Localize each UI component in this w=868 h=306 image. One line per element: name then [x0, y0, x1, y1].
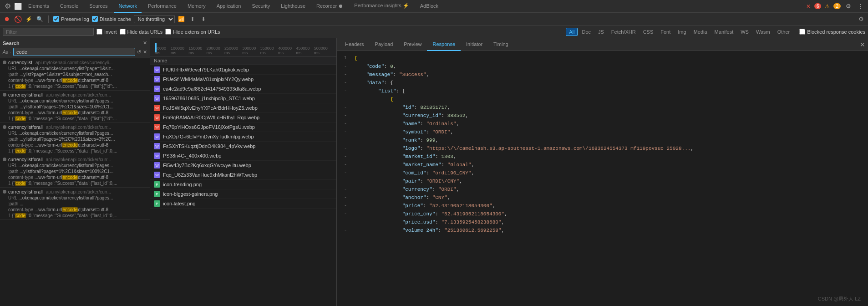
- file-icon-webp: W: [154, 162, 160, 168]
- tab-recorder[interactable]: Recorder ⏺: [312, 0, 348, 13]
- json-content: "market_id": 1303,: [354, 153, 456, 161]
- tab-elements[interactable]: Elements: [24, 0, 54, 13]
- json-content: "list": [: [354, 87, 405, 96]
- list-item[interactable]: P icon-biggest-gainers.png: [150, 189, 336, 199]
- list-item[interactable]: P icon-trending.png: [150, 180, 336, 189]
- list-item[interactable]: P icon-latest.png: [150, 199, 336, 209]
- tab-preview[interactable]: Preview: [398, 38, 427, 51]
- clear-button[interactable]: 🚫: [14, 15, 22, 23]
- devtools-icon[interactable]: ⚙: [4, 2, 12, 10]
- json-content: "market_name": "Global",: [354, 161, 474, 169]
- close-details-button[interactable]: ✕: [860, 41, 865, 48]
- tab-payload[interactable]: Payload: [370, 38, 399, 51]
- tab-security[interactable]: Security: [247, 0, 274, 13]
- list-item[interactable]: W Fm9qRAMAArR0CpWfLcHRfhyl_Rqc.webp: [150, 113, 336, 122]
- hide-ext-checkbox[interactable]: [165, 29, 171, 35]
- line-number: -: [340, 169, 354, 178]
- responsive-icon[interactable]: ⬜: [14, 2, 22, 10]
- type-btn-manifest[interactable]: Manifest: [711, 28, 737, 36]
- type-btn-wasm[interactable]: Wasm: [753, 28, 773, 36]
- refresh-icon[interactable]: ↺: [137, 49, 141, 55]
- more-button[interactable]: ⋮: [856, 2, 864, 10]
- list-item[interactable]: W Fq70pYiHOxs6GJpoFV16jXotPgsU.webp: [150, 122, 336, 132]
- tab-headers[interactable]: Headers: [340, 38, 370, 51]
- tab-timing[interactable]: Timing: [488, 38, 514, 51]
- list-item[interactable]: W FtUeSf-WMi4aMaV81xnjpixNY2Qy.webp: [150, 75, 336, 84]
- type-btn-other[interactable]: Other: [774, 28, 793, 36]
- list-item[interactable]: currencylistforall api.mytokenapi.com/ti…: [0, 123, 150, 155]
- list-item[interactable]: W Fqq_U6Zs33VanHue9xhMkanl2hWT.webp: [150, 170, 336, 180]
- entry-main: currencylistforall api.mytokenapi.com/ti…: [0, 124, 150, 130]
- type-btn-doc[interactable]: Doc: [579, 28, 594, 36]
- list-item[interactable]: W FoJSWi5qXvEhyYXPcArBdrHHoyZ5.webp: [150, 103, 336, 113]
- hide-data-label[interactable]: Hide data URLs: [120, 29, 163, 35]
- search-close-button[interactable]: ✕: [143, 40, 147, 46]
- download-icon[interactable]: ⬇: [199, 15, 208, 23]
- list-item[interactable]: W 1659678610685_j1nxbipc8p_STC1.webp: [150, 94, 336, 103]
- list-item[interactable]: W FsSXhTSKuqztjDdnO4K984_4pVkv.webp: [150, 142, 336, 151]
- timeline-marker: 150000 ms: [188, 46, 206, 55]
- list-item[interactable]: W FqXDj7G-i6EfvPmDvnXyTudkmlpg.webp: [150, 132, 336, 142]
- type-btn-css[interactable]: CSS: [640, 28, 657, 36]
- tab-lighthouse[interactable]: Lighthouse: [276, 0, 310, 13]
- entry-path: :path ...ylistforall?pages=1%2C1&sizes=1…: [0, 168, 150, 174]
- type-btn-js[interactable]: JS: [595, 28, 607, 36]
- line-number: -: [340, 128, 354, 137]
- file-name: 1659678610685_j1nxbipc8p_STC1.webp: [163, 96, 333, 101]
- list-item[interactable]: W FlUKfrHfxW9evcl79LKah01igkok.webp: [150, 65, 336, 75]
- settings-button[interactable]: ⚙: [844, 2, 853, 10]
- tab-adblock[interactable]: AdBlock: [416, 0, 443, 13]
- tab-network[interactable]: Network: [114, 0, 142, 13]
- type-btn-img[interactable]: Img: [675, 28, 689, 36]
- type-btn-all[interactable]: All: [566, 28, 578, 36]
- throttle-select[interactable]: No throttling Fast 3G Slow 3G Offline: [134, 15, 175, 23]
- record-button[interactable]: ⏺: [3, 15, 11, 23]
- list-item[interactable]: W Fi5w43y7Bc2Kq6xxqGYwcvye-itu.webp: [150, 161, 336, 170]
- hide-data-checkbox[interactable]: [120, 29, 126, 35]
- entry-main: currencylistforall api.mytokenapi.com/ti…: [0, 189, 150, 195]
- tab-performance-insights[interactable]: Performance insights ⚡: [350, 0, 413, 13]
- preserve-log-label[interactable]: Preserve log: [53, 16, 89, 22]
- type-btn-media[interactable]: Media: [690, 28, 711, 36]
- network-toolbar: ⏺ 🚫 ⚡ 🔍 Preserve log Disable cache No th…: [0, 13, 868, 26]
- type-btn-fetch[interactable]: Fetch/XHR: [608, 28, 639, 36]
- line-number: -: [340, 112, 354, 120]
- entry-response: 1 {"code":0,"message":"Success","data":{…: [0, 180, 150, 186]
- entry-main: currencylist api.mytokenapi.com/ticker/c…: [0, 59, 150, 66]
- filter-input[interactable]: [3, 28, 94, 36]
- list-item[interactable]: currencylistforall api.mytokenapi.com/ti…: [0, 91, 150, 123]
- list-item[interactable]: currencylistforall api.mytokenapi.com/ti…: [0, 155, 150, 188]
- tab-console[interactable]: Console: [56, 0, 83, 13]
- type-btn-ws[interactable]: WS: [737, 28, 752, 36]
- preserve-log-checkbox[interactable]: [53, 16, 59, 22]
- search-input[interactable]: [13, 48, 135, 56]
- list-item[interactable]: currencylist api.mytokenapi.com/ticker/c…: [0, 58, 150, 91]
- tab-application[interactable]: Application: [212, 0, 246, 13]
- hide-ext-label[interactable]: Hide extension URLs: [165, 29, 220, 35]
- clear-search-button[interactable]: ✕: [143, 49, 147, 55]
- list-item[interactable]: W ea4e2ad9e9af862cf4147549393dfa8a.webp: [150, 84, 336, 94]
- blocked-cookies-checkbox[interactable]: [799, 29, 805, 35]
- list-item[interactable]: W PS38n4C-_400x400.webp: [150, 151, 336, 161]
- tab-initiator[interactable]: Initiator: [461, 38, 488, 51]
- network-settings-button[interactable]: ⚙: [857, 15, 865, 23]
- top-right-icons: ✕ 6 ⚠ 2 ⚙ ⋮: [806, 2, 864, 10]
- invert-checkbox[interactable]: [96, 29, 102, 35]
- search-header: Search ✕: [3, 40, 147, 46]
- blocked-cookies-label[interactable]: Blocked response cookies: [799, 29, 865, 35]
- upload-icon[interactable]: ⬆: [188, 15, 197, 23]
- search-button[interactable]: 🔍: [36, 15, 44, 23]
- list-item[interactable]: currencylistforall api.mytokenapi.com/ti…: [0, 188, 150, 220]
- disable-cache-label[interactable]: Disable cache: [92, 16, 131, 22]
- tab-memory[interactable]: Memory: [183, 0, 210, 13]
- type-btn-font[interactable]: Font: [657, 28, 674, 36]
- response-panel[interactable]: 1 { - "code": 0, - "message": "Success",…: [337, 51, 868, 306]
- filter-button[interactable]: ⚡: [25, 15, 33, 23]
- file-icon-webp: W: [154, 105, 160, 111]
- tab-sources[interactable]: Sources: [85, 0, 112, 13]
- search-panel: Search ✕ Aa · ↺ ✕: [0, 38, 150, 58]
- tab-response[interactable]: Response: [427, 38, 461, 51]
- disable-cache-checkbox[interactable]: [92, 16, 98, 22]
- invert-label[interactable]: Invert: [96, 29, 117, 35]
- tab-performance[interactable]: Performance: [143, 0, 181, 13]
